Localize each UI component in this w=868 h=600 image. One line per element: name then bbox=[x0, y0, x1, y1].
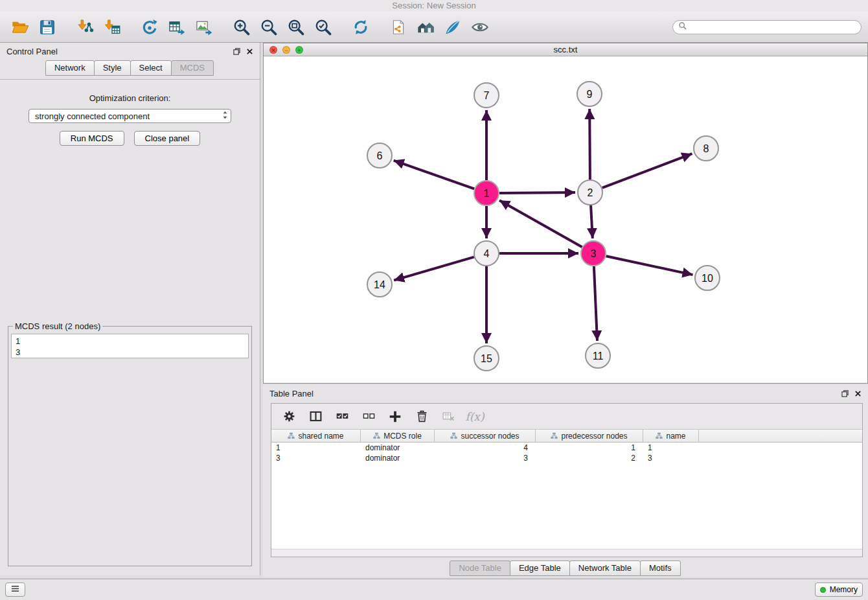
svg-text:6: 6 bbox=[377, 150, 383, 161]
tab-mcds[interactable]: MCDS bbox=[171, 60, 214, 76]
graph-edge-3-1[interactable] bbox=[499, 200, 582, 247]
result-item[interactable]: 3 bbox=[16, 347, 248, 358]
column-header-predecessor-nodes[interactable]: predecessor nodes bbox=[536, 430, 643, 443]
new-network-from-selection-button[interactable] bbox=[136, 14, 163, 41]
export-table-button[interactable] bbox=[163, 14, 190, 41]
refresh-view-button[interactable] bbox=[347, 14, 374, 41]
maximize-window-button[interactable]: + bbox=[295, 46, 303, 54]
import-table-button[interactable] bbox=[98, 14, 126, 41]
graph-node-10[interactable]: 10 bbox=[695, 266, 720, 290]
graph-edge-3-10[interactable] bbox=[606, 256, 693, 275]
zoom-out-button[interactable] bbox=[255, 14, 282, 41]
column-visibility-button[interactable] bbox=[307, 408, 324, 425]
window-title: Session: New Session bbox=[392, 1, 475, 10]
graph-node-11[interactable]: 11 bbox=[586, 343, 610, 368]
graph-node-9[interactable]: 9 bbox=[577, 82, 602, 106]
table-row[interactable]: 3dominator323 bbox=[271, 453, 862, 463]
mcds-result-list[interactable]: 13 bbox=[11, 334, 249, 358]
import-network-button[interactable] bbox=[71, 14, 98, 41]
save-session-button[interactable] bbox=[34, 14, 61, 41]
tab-network[interactable]: Network bbox=[45, 60, 95, 76]
edges-layer bbox=[394, 109, 693, 343]
graph-edge-4-14[interactable] bbox=[394, 257, 474, 281]
column-header-shared-name[interactable]: shared name bbox=[271, 430, 361, 443]
graph-edge-3-11[interactable] bbox=[594, 266, 597, 341]
graph-node-15[interactable]: 15 bbox=[474, 346, 499, 371]
export-image-button[interactable] bbox=[190, 14, 218, 41]
table-cell: 1 bbox=[271, 443, 361, 453]
criterion-value: strongly connected component bbox=[35, 111, 222, 121]
column-header-MCDS-role[interactable]: MCDS role bbox=[361, 430, 435, 443]
select-all-button[interactable] bbox=[334, 408, 350, 425]
float-table-panel-button[interactable] bbox=[841, 390, 849, 397]
close-panel-button[interactable]: Close panel bbox=[134, 131, 201, 146]
table-panel-title: Table Panel bbox=[269, 389, 314, 398]
graph-node-2[interactable]: 2 bbox=[578, 180, 602, 205]
memory-button[interactable]: Memory bbox=[815, 583, 863, 597]
graph-edge-2-8[interactable] bbox=[602, 154, 692, 188]
graph-edge-1-6[interactable] bbox=[394, 161, 474, 189]
add-row-button[interactable] bbox=[387, 408, 404, 425]
tab-motifs[interactable]: Motifs bbox=[640, 560, 681, 576]
graph-node-7[interactable]: 7 bbox=[474, 83, 499, 108]
refresh-view-icon bbox=[352, 18, 370, 36]
open-session-icon bbox=[11, 18, 29, 36]
tab-network-table[interactable]: Network Table bbox=[569, 560, 641, 576]
close-window-button[interactable]: ✕ bbox=[269, 46, 277, 54]
table-row[interactable]: 1dominator411 bbox=[271, 443, 862, 453]
zoom-selected-button[interactable] bbox=[310, 14, 337, 41]
graph-node-4[interactable]: 4 bbox=[474, 241, 499, 266]
result-item[interactable]: 1 bbox=[16, 336, 248, 347]
graph-edge-2-9[interactable] bbox=[589, 109, 590, 179]
delete-table-button bbox=[440, 408, 457, 425]
table-settings-button[interactable] bbox=[280, 408, 297, 425]
graph-node-3[interactable]: 3 bbox=[581, 241, 606, 266]
graph-node-1[interactable]: 1 bbox=[474, 181, 499, 205]
table-cell: 3 bbox=[271, 453, 361, 463]
column-header-successor-nodes[interactable]: successor nodes bbox=[435, 430, 536, 443]
table-horizontal-scrollbar[interactable] bbox=[271, 549, 862, 557]
open-session-button[interactable] bbox=[6, 14, 34, 41]
svg-text:14: 14 bbox=[374, 279, 385, 290]
network-analyzer-button[interactable] bbox=[412, 14, 439, 41]
graph-node-14[interactable]: 14 bbox=[367, 272, 392, 297]
criterion-select[interactable]: strongly connected component bbox=[29, 109, 231, 123]
apply-style-button[interactable] bbox=[439, 14, 466, 41]
svg-text:15: 15 bbox=[481, 353, 492, 364]
minimize-window-button[interactable]: − bbox=[282, 46, 290, 54]
delete-row-button[interactable] bbox=[413, 408, 430, 425]
svg-text:3: 3 bbox=[591, 248, 597, 259]
graph-edge-1-2[interactable] bbox=[499, 192, 575, 193]
graph-edge-2-3[interactable] bbox=[591, 205, 593, 238]
app-window: Session: New Session Control Panel Netwo… bbox=[0, 0, 868, 600]
show-graphics-details-button[interactable] bbox=[466, 14, 494, 41]
tab-node-table[interactable]: Node Table bbox=[450, 560, 510, 576]
document-network-button[interactable] bbox=[385, 14, 412, 41]
search-icon bbox=[678, 21, 687, 32]
network-view-titlebar[interactable]: ✕ − + scc.txt bbox=[264, 43, 867, 56]
float-panel-button[interactable] bbox=[233, 48, 240, 55]
close-table-panel-button[interactable] bbox=[854, 390, 862, 397]
search-box[interactable] bbox=[672, 20, 862, 34]
search-input[interactable] bbox=[690, 22, 856, 32]
network-view-window: ✕ − + scc.txt 7968124314101511 bbox=[263, 43, 868, 384]
deselect-all-button[interactable] bbox=[360, 408, 377, 425]
tab-style[interactable]: Style bbox=[94, 60, 131, 76]
titlebar[interactable]: Session: New Session bbox=[0, 0, 868, 12]
run-mcds-button[interactable]: Run MCDS bbox=[60, 131, 124, 146]
tab-select[interactable]: Select bbox=[130, 60, 172, 76]
table-cell: 3 bbox=[643, 453, 699, 463]
tab-edge-table[interactable]: Edge Table bbox=[510, 560, 570, 576]
column-header-name[interactable]: name bbox=[643, 430, 699, 443]
close-panel-icon-button[interactable] bbox=[246, 48, 253, 55]
zoom-in-button[interactable] bbox=[228, 14, 255, 41]
task-history-button[interactable] bbox=[5, 583, 25, 597]
graph-node-6[interactable]: 6 bbox=[367, 143, 392, 168]
table-body[interactable]: 1dominator4113dominator323 bbox=[271, 443, 862, 549]
column-header-filler bbox=[699, 430, 862, 443]
network-canvas[interactable]: 7968124314101511 bbox=[264, 56, 867, 383]
svg-text:1: 1 bbox=[484, 188, 490, 199]
graph-node-8[interactable]: 8 bbox=[694, 136, 718, 161]
zoom-fit-button[interactable] bbox=[282, 14, 310, 41]
network-analyzer-icon bbox=[417, 18, 435, 36]
